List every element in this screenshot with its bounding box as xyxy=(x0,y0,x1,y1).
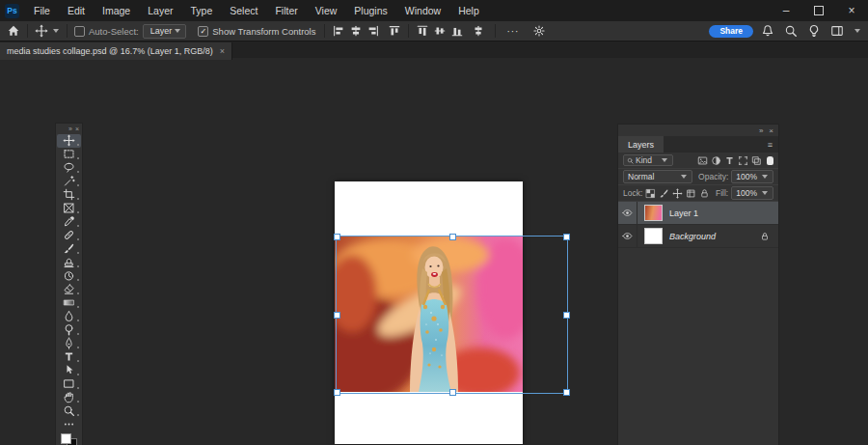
maximize-button[interactable] xyxy=(802,0,835,21)
auto-select-checkbox[interactable] xyxy=(74,26,85,37)
handle-bottom-right[interactable] xyxy=(563,389,570,396)
tool-type[interactable] xyxy=(57,350,81,364)
collapse-panel-icon[interactable]: » xyxy=(68,124,72,134)
tool-move[interactable] xyxy=(57,134,81,148)
pixel-layer-filter-icon[interactable] xyxy=(697,155,708,166)
background-lock-icon[interactable] xyxy=(760,232,770,241)
align-center-icon[interactable] xyxy=(349,24,363,38)
document-tab[interactable]: media studies collage.psd @ 16.7% (Layer… xyxy=(0,42,232,60)
menu-image[interactable]: Image xyxy=(94,0,139,21)
tool-healing-brush[interactable] xyxy=(57,229,81,242)
handle-middle-right[interactable] xyxy=(563,312,570,319)
menu-layer[interactable]: Layer xyxy=(139,0,181,21)
background-thumbnail[interactable] xyxy=(644,228,663,244)
menu-file[interactable]: File xyxy=(25,0,59,21)
menu-edit[interactable]: Edit xyxy=(59,0,94,21)
distribute-horizontal-icon[interactable] xyxy=(472,24,485,38)
align-right-icon[interactable] xyxy=(366,24,380,38)
align-left-icon[interactable] xyxy=(332,24,345,38)
handle-bottom-center[interactable] xyxy=(449,389,456,396)
share-button[interactable]: Share xyxy=(709,25,753,38)
tool-dodge[interactable] xyxy=(57,323,81,337)
distribute-bottom-icon[interactable] xyxy=(450,24,464,38)
lock-paint-icon[interactable] xyxy=(659,188,669,199)
chevron-down-icon[interactable] xyxy=(854,29,860,33)
fill-input[interactable]: 100% xyxy=(731,186,773,200)
show-transform-checkbox[interactable]: ✓ xyxy=(198,26,208,37)
blend-mode-dropdown[interactable]: Normal xyxy=(623,170,692,183)
lock-transparency-icon[interactable] xyxy=(645,188,656,199)
search-icon[interactable] xyxy=(784,24,798,38)
more-options-icon[interactable]: ··· xyxy=(506,26,519,37)
handle-bottom-left[interactable] xyxy=(334,389,340,396)
tool-zoom[interactable] xyxy=(57,404,81,418)
chevron-down-icon[interactable] xyxy=(53,29,59,33)
menu-window[interactable]: Window xyxy=(396,0,449,21)
tool-marquee[interactable] xyxy=(57,148,81,161)
tab-layers[interactable]: Layers xyxy=(618,136,664,153)
handle-top-left[interactable] xyxy=(334,234,340,240)
handle-top-right[interactable] xyxy=(563,234,570,240)
layer-row-background[interactable]: Background xyxy=(618,225,778,248)
tool-crop[interactable] xyxy=(57,188,81,202)
filter-kind-dropdown[interactable]: Kind xyxy=(623,154,673,166)
close-tab-icon[interactable]: × xyxy=(220,46,225,56)
tool-history-brush[interactable] xyxy=(57,269,81,283)
menu-help[interactable]: Help xyxy=(449,0,488,21)
canvas-workspace[interactable]: » × xyxy=(0,58,868,445)
tool-frame[interactable] xyxy=(57,202,81,215)
close-panel-icon[interactable]: × xyxy=(769,126,773,135)
tool-blur[interactable] xyxy=(57,310,81,323)
tool-pen[interactable] xyxy=(57,337,81,350)
home-icon[interactable] xyxy=(7,24,20,38)
foreground-color-swatch[interactable] xyxy=(61,433,71,444)
discover-lightbulb-icon[interactable] xyxy=(807,24,821,38)
menu-view[interactable]: View xyxy=(307,0,346,21)
shape-layer-filter-icon[interactable] xyxy=(738,155,748,166)
workspace-settings-gear-icon[interactable] xyxy=(532,24,546,38)
handle-top-center[interactable] xyxy=(449,234,456,240)
tool-path-selection[interactable] xyxy=(57,364,81,377)
transform-bounding-box[interactable] xyxy=(336,236,568,394)
move-tool-preset-icon[interactable] xyxy=(35,24,48,38)
menu-select[interactable]: Select xyxy=(221,0,266,21)
tool-hand[interactable] xyxy=(57,391,81,404)
collapse-panel-icon[interactable]: » xyxy=(759,126,763,135)
handle-middle-left[interactable] xyxy=(334,312,340,319)
menu-plugins[interactable]: Plugins xyxy=(345,0,395,21)
tool-gradient[interactable] xyxy=(57,296,81,310)
distribute-top-icon[interactable] xyxy=(416,24,429,38)
tool-eraser[interactable] xyxy=(57,283,81,296)
menu-type[interactable]: Type xyxy=(181,0,221,21)
distribute-center-icon[interactable] xyxy=(433,24,447,38)
smart-object-filter-icon[interactable] xyxy=(751,155,762,166)
tool-lasso[interactable] xyxy=(57,161,81,175)
menu-filter[interactable]: Filter xyxy=(266,0,306,21)
notifications-bell-icon[interactable] xyxy=(761,24,774,38)
tool-clone-stamp[interactable] xyxy=(57,256,81,269)
filter-toggle-pin[interactable] xyxy=(767,156,773,165)
lock-artboard-icon[interactable] xyxy=(686,188,696,199)
minimize-button[interactable]: – xyxy=(770,0,802,21)
visibility-eye-icon[interactable] xyxy=(618,225,637,247)
color-swatches[interactable] xyxy=(57,432,81,445)
lock-position-icon[interactable] xyxy=(672,188,683,199)
workspace-switcher-icon[interactable] xyxy=(830,24,844,38)
opacity-input[interactable]: 100% xyxy=(731,170,773,183)
type-layer-filter-icon[interactable] xyxy=(724,155,735,166)
background-name[interactable]: Background xyxy=(669,232,716,241)
edit-toolbar-button[interactable] xyxy=(57,418,81,431)
close-panel-icon[interactable]: × xyxy=(75,124,79,134)
adjustment-layer-filter-icon[interactable] xyxy=(711,155,721,166)
layer1-thumbnail[interactable] xyxy=(644,205,663,221)
panel-menu-icon[interactable]: ≡ xyxy=(768,140,773,150)
tool-object-selection[interactable] xyxy=(57,175,81,188)
close-window-button[interactable]: × xyxy=(835,0,868,21)
layer-row-layer1[interactable]: Layer 1 xyxy=(618,202,778,225)
layer1-name[interactable]: Layer 1 xyxy=(669,209,698,218)
tool-brush[interactable] xyxy=(57,242,81,256)
auto-select-target-dropdown[interactable]: Layer xyxy=(143,24,187,39)
tool-rectangle[interactable] xyxy=(57,377,81,391)
lock-all-icon[interactable] xyxy=(699,188,710,199)
align-top-icon[interactable] xyxy=(388,24,401,38)
